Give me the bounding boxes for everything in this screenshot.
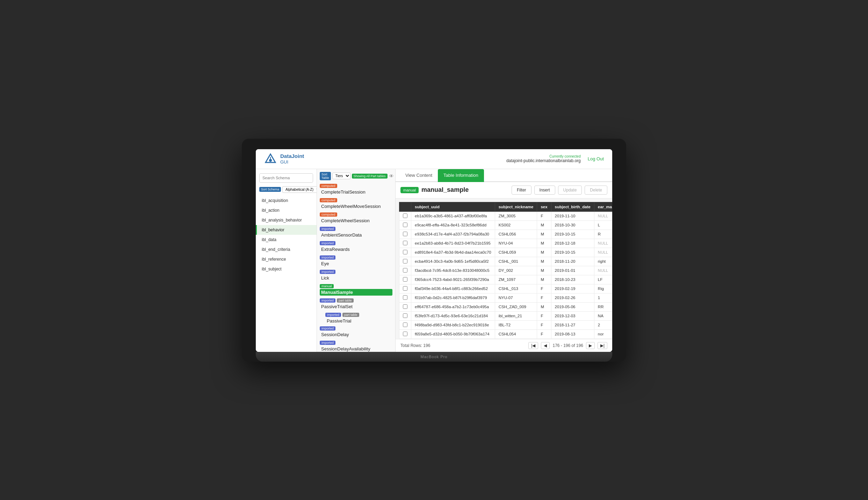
tab-table-information[interactable]: Table Information [438, 169, 484, 182]
content-area: View Content Table Information manual ma… [396, 169, 612, 352]
table-name-completetrialsession[interactable]: CompleteTrialSession [320, 189, 392, 195]
logo-area: DataJoint GUI [264, 153, 304, 165]
table-entry-ambientsensordata: importedAmbientSensorData [317, 226, 395, 240]
showing-badge: Showing All Part tables [352, 174, 388, 179]
row-checkbox[interactable] [403, 241, 407, 245]
row-checkbox[interactable] [403, 295, 407, 300]
logout-button[interactable]: Log Out [588, 156, 604, 161]
prev-page-button[interactable]: ◀ [541, 342, 550, 349]
sidebar-item-ibl_data[interactable]: ibl_data [256, 235, 317, 245]
table-list-header: Sort Table Tiers Showing All Part tables… [317, 172, 395, 183]
table-name-completewheelmovesession[interactable]: CompleteWheelMoveSession [320, 203, 392, 210]
table-row: e938c534-d17e-4af4-a337-f2b794a08a30CSHL… [399, 230, 613, 239]
table-name-sessiondelayavailability[interactable]: SessionDelayAvailability [320, 346, 392, 352]
sort-table-dropdown[interactable]: Tiers [332, 173, 350, 179]
sidebar-item-ibl_action[interactable]: ibl_action [256, 205, 317, 215]
sort-schema-bar: Sort Schema Alphabetical (A-Z) [259, 186, 313, 193]
row-checkbox[interactable] [403, 277, 407, 282]
filter-button[interactable]: Filter [512, 186, 531, 195]
table-row: eb1a369c-a3b5-4861-a437-aff0bf00e8faZM_3… [399, 211, 613, 220]
table-row: f01b97ab-0d2c-4825-b87f-b29f6daf3979NYU-… [399, 293, 613, 302]
sidebar-item-ibl_behavior[interactable]: ibl_behavior [256, 225, 317, 235]
row-checkbox[interactable] [403, 232, 407, 236]
sub-name-passivetrial[interactable]: PassiveTrial [325, 318, 392, 324]
table-entry-completewheelmovesession: computedCompleteWheelMoveSession [317, 197, 395, 212]
table-entry-sessiondelayavailability: importedSessionDelayAvailability [317, 340, 395, 352]
col-birth-date[interactable]: subject_birth_date [551, 202, 594, 211]
table-row: f0af349e-b036-44a4-b8f1-c883c266ed52CSHL… [399, 284, 613, 293]
table-name-completewheelsession[interactable]: CompleteWheelSession [320, 217, 392, 224]
connection-url: datajoint-public.internationalbrainlab.o… [506, 158, 581, 163]
tab-bar: View Content Table Information [396, 169, 612, 182]
table-name-extrarewards[interactable]: ExtraRewards [320, 246, 392, 253]
row-checkbox[interactable] [403, 268, 407, 273]
sidebar-item-ibl_reference[interactable]: ibl_reference [256, 254, 317, 264]
table-entries: computedCompleteTrialSessioncomputedComp… [317, 183, 395, 352]
row-checkbox[interactable] [403, 213, 407, 218]
row-checkbox[interactable] [403, 323, 407, 327]
sidebar-item-ibl_analysis_behavior[interactable]: ibl_analysis_behavior [256, 215, 317, 225]
data-table: subject_uuid subject_nickname sex subjec… [399, 202, 612, 339]
tab-view-content[interactable]: View Content [400, 169, 438, 182]
table-entry-passivetrialset: importedpart tablePassiveTrialSet [317, 298, 395, 312]
table-row: ed8918e4-6a37-4b3d-9b4d-daa14eca0c70CSHL… [399, 248, 613, 257]
row-checkbox[interactable] [403, 250, 407, 254]
col-sex[interactable]: sex [537, 202, 551, 211]
row-checkbox[interactable] [403, 304, 407, 309]
table-name-eye[interactable]: Eye [320, 260, 392, 267]
table-row: f53fe97f-d173-4d5c-93e6-63e16c21d184ibl_… [399, 311, 613, 320]
col-subject-uuid[interactable]: subject_uuid [411, 202, 495, 211]
table-name-manualsample[interactable]: ManualSample [320, 289, 392, 296]
first-page-button[interactable]: |◀ [528, 342, 538, 349]
table-row: e9cac4f8-effa-462a-8e41-323c58ef86ddKS00… [399, 220, 613, 230]
table-name-sessiondelay[interactable]: SessionDelay [320, 331, 392, 338]
visibility-icon[interactable]: 👁 [389, 173, 394, 179]
table-row: eff64787-e686-458a-a7b2-1c73eb0c495aCSH_… [399, 302, 613, 311]
table-entry-manualsample: manualManualSample [317, 283, 395, 298]
app-header: DataJoint GUI Currently connected datajo… [256, 149, 612, 169]
logo-icon [264, 153, 277, 165]
table-name-ambientsensordata[interactable]: AmbientSensorData [320, 232, 392, 238]
row-checkbox[interactable] [403, 313, 407, 318]
pagination: Total Rows: 196 |◀ ◀ 176 - 196 of 196 ▶ … [396, 339, 612, 352]
table-row: ee1a2b83-ab8d-4b71-8d23-04f7b21b1595NYU-… [399, 239, 613, 248]
search-input[interactable] [260, 174, 313, 182]
table-list: Sort Table Tiers Showing All Part tables… [317, 169, 396, 352]
svg-point-1 [269, 159, 272, 162]
table-body: eb1a369c-a3b5-4861-a437-aff0bf00e8faZM_3… [399, 211, 613, 339]
sort-schema-badge: Sort Schema [259, 187, 281, 192]
macbook-label: MacBook Pro [420, 355, 447, 359]
schema-search-box[interactable] [259, 173, 313, 183]
sort-schema-dropdown[interactable]: Alphabetical (A-Z) [282, 186, 317, 193]
row-checkbox[interactable] [403, 259, 407, 263]
sidebar-item-ibl_acquisition[interactable]: ibl_acquisition [256, 196, 317, 205]
table-name-lick[interactable]: Lick [320, 275, 392, 281]
sidebar-item-ibl_end_criteria[interactable]: ibl_end_criteria [256, 245, 317, 254]
table-title: manual_sample [421, 186, 469, 194]
row-checkbox[interactable] [403, 286, 407, 291]
table-entry-lick: importedLick [317, 269, 395, 283]
last-page-button[interactable]: ▶| [598, 342, 607, 349]
toolbar: manual manual_sample Filter Insert Updat… [396, 182, 612, 198]
col-subject-nickname[interactable]: subject_nickname [495, 202, 537, 211]
table-name-passivetrialset[interactable]: PassiveTrialSet [320, 303, 392, 310]
sub-entry-passivetrial: importedpart tablePassiveTrial [317, 312, 395, 326]
row-checkbox[interactable] [403, 332, 407, 336]
schema-sidebar: Sort Schema Alphabetical (A-Z) ibl_acqui… [256, 169, 317, 352]
table-entry-extrarewards: importedExtraRewards [317, 240, 395, 255]
col-ear[interactable]: ear_ma [594, 202, 612, 211]
table-entry-eye: importedEye [317, 255, 395, 269]
delete-button[interactable]: Delete [585, 186, 607, 195]
sidebar-item-ibl_subject[interactable]: ibl_subject [256, 264, 317, 274]
table-row: f365dcc4-7523-4abd-9021-265f39b7290aZM_1… [399, 275, 613, 284]
insert-button[interactable]: Insert [534, 186, 555, 195]
table-entry-sessiondelay: importedSessionDelay [317, 326, 395, 340]
connection-info: Currently connected datajoint-public.int… [506, 154, 581, 163]
next-page-button[interactable]: ▶ [586, 342, 595, 349]
schema-list: ibl_acquisitionibl_actionibl_analysis_be… [256, 196, 317, 274]
row-checkbox[interactable] [403, 223, 407, 227]
table-row: ecba4914-30c3-4a0b-9d65-1ef5d80ca5f2CSHL… [399, 257, 613, 266]
page-range-label: 176 - 196 of 196 [552, 343, 583, 348]
update-button[interactable]: Update [558, 186, 582, 195]
schema-badge: manual [400, 187, 419, 193]
